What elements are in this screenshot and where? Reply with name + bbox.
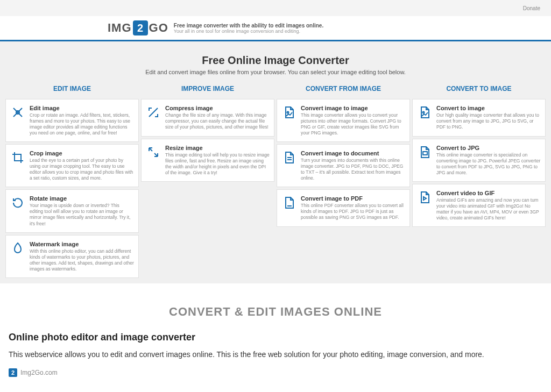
col-to: CONVERT TO IMAGE Convert to imageOur hig… — [412, 81, 546, 278]
hero-subtitle: Edit and convert image files online from… — [5, 69, 546, 75]
card-title: Rotate image — [30, 195, 134, 202]
col-edit: EDIT IMAGE Edit imageCrop or rotate an i… — [5, 81, 139, 278]
col-to-header: CONVERT TO IMAGE — [412, 81, 546, 97]
card-title: Convert image to image — [301, 105, 405, 111]
card-crop-image[interactable]: Crop imageLead the eye to a certain part… — [5, 144, 139, 187]
card-title: Compress image — [165, 105, 270, 111]
col-from-header: CONVERT FROM IMAGE — [277, 81, 410, 97]
card-desc: This online PDF converter allows you to … — [301, 203, 405, 220]
tagline-2: Your all in one tool for online image co… — [174, 28, 323, 34]
col-from: CONVERT FROM IMAGE Convert image to imag… — [277, 81, 410, 278]
card-title: Crop image — [30, 150, 134, 156]
card-image-to-image[interactable]: Convert image to imageThis image convert… — [277, 99, 410, 142]
bottom-banner: CONVERT & EDIT IMAGES ONLINE — [9, 305, 542, 319]
bottom-section: CONVERT & EDIT IMAGES ONLINE Online phot… — [0, 283, 551, 392]
card-desc: Your image is upside down or inverted? T… — [30, 203, 134, 226]
col-improve-header: IMPROVE IMAGE — [141, 81, 274, 97]
card-convert-to-jpg[interactable]: Convert to JPGThis online image converte… — [412, 139, 546, 182]
card-desc: Turn your images into documents with thi… — [301, 158, 405, 181]
card-title: Edit image — [30, 105, 134, 111]
logo-tagline: Free image converter with the ability to… — [174, 23, 323, 34]
header: IMG 2 GO Free image converter with the a… — [0, 16, 551, 41]
logo-text-post: GO — [149, 21, 168, 35]
svg-point-2 — [423, 112, 425, 113]
card-edit-image[interactable]: Edit imageCrop or rotate an image. Add f… — [5, 99, 139, 142]
card-desc: Lead the eye to a certain part of your p… — [30, 158, 134, 181]
card-title: Resize image — [165, 145, 270, 151]
columns: EDIT IMAGE Edit imageCrop or rotate an i… — [5, 81, 546, 278]
file-doc-icon — [281, 150, 296, 165]
source-badge: 2 — [9, 368, 17, 377]
card-title: Convert image to PDF — [301, 195, 405, 202]
hero-title: Free Online Image Converter — [5, 54, 546, 67]
card-desc: This image converter allows you to conve… — [301, 112, 405, 136]
col-edit-header: EDIT IMAGE — [5, 81, 139, 97]
compress-icon — [146, 105, 161, 120]
card-image-to-document[interactable]: Convert image to documentTurn your image… — [277, 144, 410, 187]
card-title: Convert to image — [436, 105, 541, 111]
card-desc: This online image converter is specializ… — [436, 152, 541, 176]
card-desc: Our high quality image converter that al… — [436, 112, 541, 130]
file-image-icon — [417, 105, 432, 120]
file-jpg-icon — [417, 145, 432, 160]
card-desc: Change the file size of any image. With … — [165, 112, 270, 130]
card-title: Convert image to document — [301, 150, 405, 156]
file-pdf-icon — [281, 195, 296, 210]
file-image-icon — [281, 105, 296, 120]
card-title: Convert video to GIF — [436, 190, 541, 196]
card-title: Watermark image — [30, 241, 134, 247]
crop-icon — [10, 150, 25, 165]
card-convert-to-image[interactable]: Convert to imageOur high quality image c… — [412, 99, 546, 137]
logo[interactable]: IMG 2 GO — [108, 20, 168, 35]
logo-badge: 2 — [133, 20, 148, 35]
svg-point-1 — [287, 112, 289, 113]
card-watermark-image[interactable]: Watermark imageWith this online photo ed… — [5, 235, 139, 278]
donate-link[interactable]: Donate — [523, 5, 540, 11]
rotate-icon — [10, 195, 25, 210]
watermark-icon — [10, 241, 25, 256]
bottom-paragraph: This webservice allows you to edit and c… — [9, 350, 542, 360]
bottom-heading: Online photo editor and image converter — [9, 332, 542, 343]
card-resize-image[interactable]: Resize imageThis image editing tool will… — [141, 139, 274, 182]
card-rotate-image[interactable]: Rotate imageYour image is upside down or… — [5, 189, 139, 232]
card-desc: Crop or rotate an image. Add filters, te… — [30, 112, 134, 136]
topbar: Donate — [0, 0, 551, 16]
card-desc: This image editing tool will help you to… — [165, 152, 270, 176]
edit-icon — [10, 105, 25, 120]
logo-text-pre: IMG — [108, 21, 132, 35]
col-improve: IMPROVE IMAGE Compress imageChange the f… — [141, 81, 274, 278]
card-image-to-pdf[interactable]: Convert image to PDFThis online PDF conv… — [277, 189, 410, 227]
card-title: Convert to JPG — [436, 145, 541, 151]
card-desc: Animated GIFs are amazing and now you ca… — [436, 197, 541, 221]
card-desc: With this online photo editor, you can a… — [30, 248, 134, 272]
source-line: 2 Img2Go.com — [9, 368, 542, 377]
card-compress-image[interactable]: Compress imageChange the file size of an… — [141, 99, 274, 137]
file-video-icon — [417, 190, 432, 205]
card-video-to-gif[interactable]: Convert video to GIFAnimated GIFs are am… — [412, 184, 546, 227]
hero: Free Online Image Converter Edit and con… — [5, 47, 546, 81]
source-text: Img2Go.com — [20, 369, 58, 376]
tagline-1: Free image converter with the ability to… — [174, 23, 323, 28]
resize-icon — [146, 145, 161, 160]
svg-rect-3 — [423, 152, 427, 155]
